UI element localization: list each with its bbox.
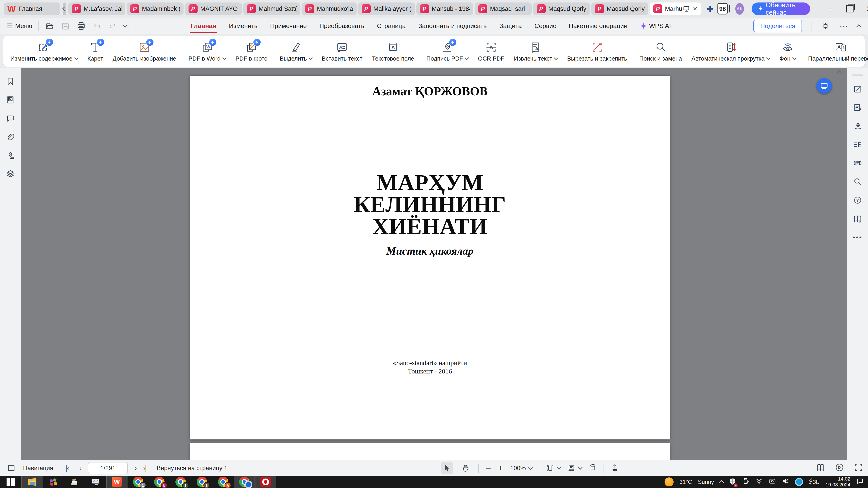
more-options-icon[interactable]: ⋯ [839, 21, 848, 31]
document-tab[interactable]: P MAGNIT AYOL [185, 2, 242, 15]
menu-item-izmenit[interactable]: Изменить [228, 19, 258, 33]
page-indicator-input[interactable]: 1/291 [88, 462, 128, 474]
document-tab[interactable]: P M.Lafasov. Jah [68, 2, 125, 15]
view-mode-dropdown[interactable] [567, 464, 582, 472]
ribbon-button-insert-text[interactable]: A Вставить текст [317, 38, 367, 65]
search-panel-icon[interactable] [852, 177, 863, 187]
layers-icon[interactable] [5, 169, 16, 179]
minimize-button[interactable]: − [829, 4, 834, 13]
user-avatar[interactable]: АК [735, 3, 744, 15]
back-to-page-link[interactable]: Вернуться на страницу 1 [157, 465, 227, 472]
document-tab[interactable]: P Malika ayyor (( [358, 2, 415, 15]
hand-tool[interactable] [460, 462, 471, 474]
previous-page-button[interactable]: ‹ [79, 464, 81, 472]
document-tab[interactable]: P Maqsud Qoriy( [533, 2, 590, 15]
eye-protect-icon[interactable] [795, 478, 803, 486]
taskbar-red-app[interactable] [255, 476, 276, 488]
read-aloud-icon[interactable] [852, 158, 863, 168]
close-window-button[interactable]: ✕ [866, 4, 868, 13]
menu-item-primechanie[interactable]: Примечание [269, 19, 308, 33]
screen-record-icon[interactable] [769, 478, 776, 486]
screen-assistant-float-button[interactable] [816, 78, 832, 94]
first-page-button[interactable]: |‹ [65, 464, 68, 472]
ribbon-button-highlight[interactable]: Выделить [275, 38, 317, 65]
home-tab[interactable]: W Главная [4, 2, 60, 15]
document-tab[interactable]: P Mansub - 1984 [416, 2, 473, 15]
add-to-bookshelf-icon[interactable] [852, 214, 863, 224]
next-page-button[interactable]: › [134, 464, 136, 472]
ribbon-button-caret[interactable]: Карет [83, 38, 108, 65]
main-menu-button[interactable]: ☰ Меню [7, 22, 32, 30]
share-upload-button[interactable] [611, 463, 619, 473]
pdf-page-1[interactable]: Азамат ҚОРЖОВОВ МАРҲУМ КЕЛИННИНГ ХИЁНАТИ… [190, 76, 670, 440]
taskbar-app-monitor[interactable] [85, 476, 106, 488]
collapse-ribbon-icon[interactable] [857, 24, 861, 29]
fit-page-dropdown[interactable] [546, 464, 561, 472]
notification-center-icon[interactable] [856, 477, 864, 486]
active-document-tab[interactable]: P Marhu ✕ [650, 2, 701, 15]
redo-icon[interactable] [108, 21, 118, 31]
menu-item-servis[interactable]: Сервис [533, 19, 557, 33]
ribbon-button-pdf-to-word[interactable]: W PDF в Word [184, 38, 231, 65]
taskbar-chrome-profile-1[interactable] [127, 476, 149, 488]
share-button[interactable]: Поделиться [753, 20, 802, 32]
rotate-page-button[interactable] [589, 463, 597, 473]
zoom-in-button[interactable]: + [498, 463, 504, 473]
close-tab-icon[interactable]: ✕ [692, 5, 698, 12]
bookmark-icon[interactable] [5, 76, 16, 86]
comments-icon[interactable] [5, 113, 16, 123]
two-column-view-icon[interactable] [852, 140, 863, 150]
open-file-icon[interactable] [44, 21, 55, 31]
quick-tools-dropdown-icon[interactable] [123, 23, 127, 28]
document-tab[interactable]: P Maqsad_sari_t( [475, 2, 532, 15]
attachment-icon[interactable] [5, 132, 16, 142]
ribbon-button-autoscroll[interactable]: Автоматическая прокрутка [687, 38, 775, 65]
taskbar-wps-office[interactable]: W [106, 476, 127, 488]
keyboard-language[interactable]: ЎЗБ [809, 479, 819, 485]
ribbon-button-cut-pin[interactable]: Вырезать и закрепить [562, 38, 632, 65]
ribbon-button-find-replace[interactable]: Поиск и замена [634, 38, 687, 65]
sign-tool-icon[interactable] [852, 121, 863, 131]
menu-item-zapolnit[interactable]: Заполнить и подписать [417, 19, 488, 33]
taskbar-chrome-active[interactable] [234, 476, 255, 488]
pdf-page-2[interactable] [190, 443, 670, 460]
zoom-level-dropdown[interactable]: 100% [510, 465, 532, 472]
start-button[interactable] [0, 476, 21, 488]
more-panels-icon[interactable]: ••• [852, 234, 863, 241]
update-now-button[interactable]: Обновить сейчас [752, 2, 810, 15]
taskbar-app-scanner[interactable] [64, 476, 85, 488]
thumbnails-icon[interactable] [5, 95, 16, 105]
ribbon-button-edit-content[interactable]: Изменить содержимое [6, 38, 83, 65]
taskbar-chrome-profile-5[interactable]: A [213, 476, 234, 488]
restore-window-button[interactable] [846, 5, 854, 12]
menu-item-wps-ai[interactable]: WPS AI [639, 19, 672, 33]
security-shield-icon[interactable]: x [729, 478, 736, 486]
document-tab[interactable]: P Mahmud Satt( [243, 2, 300, 15]
hidden-icons-chevron[interactable] [719, 480, 724, 485]
menu-item-preobrazovat[interactable]: Преобразовать [318, 19, 365, 33]
document-tab[interactable]: P Madaminbek ( [127, 2, 184, 15]
help-icon[interactable]: ? [852, 195, 863, 205]
menu-item-zashchita[interactable]: Защита [498, 19, 523, 33]
undo-icon[interactable] [92, 21, 102, 31]
print-icon[interactable] [76, 21, 86, 31]
fullscreen-button[interactable] [854, 463, 863, 474]
taskbar-chrome-profile-4[interactable]: S [191, 476, 213, 488]
ribbon-button-extract-text[interactable]: A Извлечь текст [509, 38, 562, 65]
menu-item-paketnye[interactable]: Пакетные операции [568, 19, 628, 33]
screen-sync-icon[interactable] [682, 4, 690, 14]
ribbon-button-text-field[interactable]: A Текстовое поле [367, 38, 419, 65]
ribbon-button-sign-pdf[interactable]: Подпись PDF [422, 38, 473, 65]
clock[interactable]: 14:02 19.08.2024 [826, 476, 850, 488]
signature-panel-icon[interactable] [5, 151, 16, 160]
tab-scroll-left-button[interactable] [63, 2, 66, 15]
settings-gear-icon[interactable] [820, 21, 831, 31]
ribbon-button-parallel-translate[interactable]: Aź Параллельный перевод [803, 38, 868, 65]
ribbon-button-add-image[interactable]: Добавить изображение [108, 38, 181, 65]
document-tab[interactable]: P Mahmudxo'ja [302, 2, 357, 15]
menu-item-glavnaya[interactable]: Главная [190, 19, 217, 33]
taskbar-file-explorer[interactable] [21, 476, 42, 488]
last-page-button[interactable]: ›| [143, 464, 146, 472]
slideshow-button[interactable] [835, 463, 844, 474]
tray-weather[interactable]: Sunny [698, 479, 714, 485]
